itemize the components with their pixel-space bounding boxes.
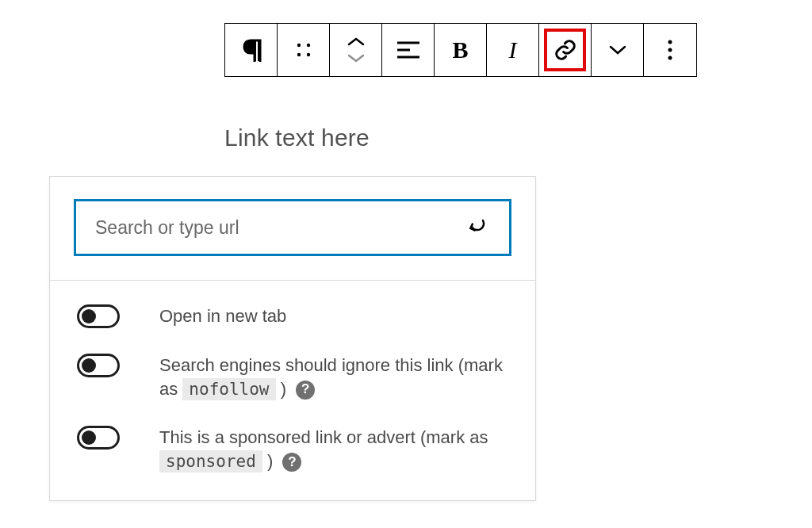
label-text: This is a sponsored link or advert (mark… <box>159 427 488 447</box>
label-text-suffix: ) <box>276 379 286 399</box>
link-popover: Open in new tab Search engines should ig… <box>49 176 536 501</box>
option-row-sponsored: This is a sponsored link or advert (mark… <box>77 426 508 473</box>
link-options-area: Open in new tab Search engines should ig… <box>50 281 535 500</box>
bold-button[interactable]: B <box>452 24 468 76</box>
svg-rect-0 <box>254 40 256 61</box>
italic-icon: I <box>509 36 517 63</box>
search-url-input[interactable] <box>94 216 463 239</box>
help-icon[interactable]: ? <box>296 381 315 400</box>
toolbar-cell-move <box>330 24 382 76</box>
code-badge: sponsored <box>159 450 262 473</box>
svg-rect-1 <box>258 40 260 61</box>
paragraph-icon <box>241 38 262 62</box>
block-toolbar: B I <box>224 23 697 77</box>
move-buttons <box>347 24 365 76</box>
toolbar-cell-drag <box>278 24 330 76</box>
drag-icon <box>296 42 312 58</box>
chevron-down-icon <box>609 45 626 55</box>
svg-point-5 <box>306 53 309 56</box>
link-icon <box>553 38 577 62</box>
toolbar-cell-align <box>382 24 435 76</box>
toggle-sponsored[interactable] <box>77 426 120 450</box>
svg-point-9 <box>668 40 672 44</box>
paragraph-button[interactable] <box>241 24 262 76</box>
svg-point-3 <box>306 44 309 47</box>
toolbar-cell-link <box>539 24 592 76</box>
link-button[interactable] <box>553 24 577 76</box>
bold-icon: B <box>452 36 468 63</box>
label-text-suffix: ) <box>262 451 273 471</box>
option-row-new-tab: Open in new tab <box>77 304 508 328</box>
toggle-knob <box>82 430 96 445</box>
svg-point-10 <box>668 48 672 52</box>
toggle-new-tab[interactable] <box>77 304 120 328</box>
enter-icon <box>465 216 489 239</box>
submit-link-button[interactable] <box>463 213 492 242</box>
drag-button[interactable] <box>296 24 312 76</box>
option-row-nofollow: Search engines should ignore this link (… <box>77 354 508 400</box>
toggle-nofollow[interactable] <box>77 354 120 377</box>
chevron-down-icon[interactable] <box>347 54 365 63</box>
option-label-new-tab: Open in new tab <box>159 304 286 328</box>
option-label-sponsored: This is a sponsored link or advert (mark… <box>159 426 508 473</box>
more-rich-button[interactable] <box>609 24 626 76</box>
kebab-icon <box>667 40 673 60</box>
toggle-knob <box>82 309 96 323</box>
toggle-knob <box>82 358 96 373</box>
more-options-button[interactable] <box>667 24 673 76</box>
link-search-area <box>50 177 535 281</box>
align-button[interactable] <box>397 24 419 76</box>
svg-point-4 <box>297 53 300 56</box>
toolbar-cell-more <box>644 24 696 76</box>
toolbar-cell-italic: I <box>487 24 539 76</box>
italic-button[interactable]: I <box>509 24 517 76</box>
search-url-field[interactable] <box>74 199 511 256</box>
help-icon[interactable]: ? <box>282 453 301 472</box>
svg-point-11 <box>668 56 672 60</box>
code-badge: nofollow <box>182 378 275 400</box>
svg-point-2 <box>297 44 300 47</box>
editor-canvas: { "toolbar": { "items": [ { "id":"paragr… <box>0 0 812 528</box>
link-text[interactable]: Link text here <box>224 124 370 151</box>
chevron-up-icon[interactable] <box>347 37 365 46</box>
label-text: Open in new tab <box>159 306 286 326</box>
toolbar-cell-more-rich <box>592 24 644 76</box>
option-label-nofollow: Search engines should ignore this link (… <box>159 354 508 400</box>
align-left-icon <box>397 41 419 59</box>
toolbar-cell-paragraph <box>225 24 278 76</box>
toolbar-cell-bold: B <box>435 24 487 76</box>
